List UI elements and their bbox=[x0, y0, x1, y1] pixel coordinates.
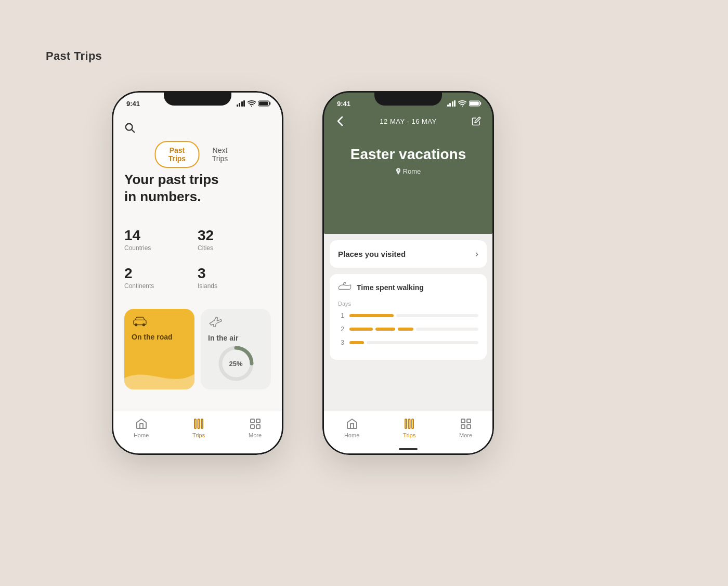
trip-topbar: 12 MAY - 16 MAY bbox=[322, 114, 494, 128]
svg-rect-23 bbox=[409, 419, 410, 428]
nav-more-label-1: More bbox=[249, 432, 262, 438]
chart-row-2: 2 bbox=[338, 325, 478, 333]
chart-bar-3-1 bbox=[349, 341, 364, 344]
svg-rect-11 bbox=[194, 419, 196, 428]
search-bar[interactable] bbox=[124, 122, 136, 136]
walking-chart: Days 1 2 bbox=[338, 301, 478, 346]
svg-rect-2 bbox=[269, 102, 270, 105]
phone-1-content: Past Trips Next Trips Your past trips in… bbox=[112, 114, 283, 455]
nav-trips-label-1: Trips bbox=[192, 432, 205, 438]
trips-icon-1 bbox=[192, 418, 205, 430]
chart-day-1: 1 bbox=[338, 312, 344, 319]
stats-heading: Your past trips in numbers. bbox=[124, 171, 219, 205]
svg-rect-25 bbox=[461, 419, 465, 423]
home-icon-2 bbox=[346, 418, 358, 430]
chart-bar-2-1 bbox=[349, 328, 373, 331]
donut-percent: 25% bbox=[229, 360, 242, 368]
svg-rect-24 bbox=[412, 419, 413, 428]
chart-bars-1 bbox=[349, 314, 478, 317]
nav-home-2[interactable]: Home bbox=[344, 418, 359, 438]
chart-bars-3 bbox=[349, 341, 478, 344]
signal-icon-2 bbox=[447, 100, 456, 107]
status-icons-1 bbox=[237, 100, 271, 107]
trip-header: 9:41 bbox=[322, 91, 494, 242]
chart-bg-3 bbox=[367, 341, 478, 344]
nav-trips-2[interactable]: Trips bbox=[403, 418, 415, 438]
trip-title-area: Easter vacations Rome bbox=[322, 146, 494, 175]
car-icon bbox=[132, 316, 187, 330]
places-visited-row[interactable]: Places you visited › bbox=[330, 240, 487, 268]
stat-islands: 3 Islands bbox=[198, 266, 271, 290]
svg-rect-13 bbox=[201, 419, 203, 428]
bottom-nav-1: Home Trips More bbox=[112, 411, 283, 455]
chart-bg-2 bbox=[416, 328, 478, 331]
walking-label: Time spent walking bbox=[357, 283, 424, 292]
travel-cards: On the road In the air bbox=[124, 309, 271, 389]
svg-point-7 bbox=[135, 323, 137, 326]
chevron-right-icon: › bbox=[475, 249, 478, 259]
nav-more-label-2: More bbox=[459, 432, 472, 438]
shoe-icon bbox=[338, 281, 352, 293]
chart-row-3: 3 bbox=[338, 339, 478, 346]
chart-day-3: 3 bbox=[338, 339, 344, 346]
svg-rect-27 bbox=[461, 425, 465, 428]
svg-rect-22 bbox=[405, 419, 407, 428]
more-icon-1 bbox=[249, 418, 262, 430]
chart-bg-1 bbox=[396, 314, 478, 317]
trip-location: Rome bbox=[322, 167, 494, 175]
svg-rect-16 bbox=[251, 425, 254, 428]
svg-rect-26 bbox=[467, 419, 471, 423]
svg-line-5 bbox=[132, 129, 135, 133]
svg-rect-17 bbox=[256, 425, 260, 428]
stat-cities: 32 Cities bbox=[198, 228, 271, 252]
home-icon-1 bbox=[135, 418, 148, 430]
date-range: 12 MAY - 16 MAY bbox=[380, 118, 436, 125]
trips-icon-2 bbox=[403, 418, 415, 430]
plane-icon bbox=[208, 316, 223, 331]
tab-past-trips[interactable]: Past Trips bbox=[155, 141, 200, 168]
svg-rect-15 bbox=[256, 419, 260, 423]
nav-trips-1[interactable]: Trips bbox=[192, 418, 205, 438]
card-on-road[interactable]: On the road bbox=[124, 309, 194, 389]
location-pin-icon bbox=[396, 168, 401, 175]
nav-more-2[interactable]: More bbox=[459, 418, 472, 438]
phone-1: 9:41 bbox=[112, 91, 283, 455]
status-bar-2: 9:41 bbox=[322, 96, 494, 111]
status-icons-2 bbox=[447, 100, 482, 107]
search-icon bbox=[124, 122, 136, 134]
signal-icon-1 bbox=[237, 100, 245, 107]
svg-rect-21 bbox=[470, 101, 479, 105]
chart-bar-1-1 bbox=[349, 314, 394, 317]
phone-2-content: Places you visited › Time spent walking … bbox=[322, 234, 494, 411]
places-label: Places you visited bbox=[338, 250, 406, 258]
walking-header: Time spent walking bbox=[338, 281, 478, 293]
svg-point-0 bbox=[251, 106, 252, 107]
page-title: Past Trips bbox=[46, 49, 102, 63]
svg-rect-14 bbox=[251, 419, 254, 423]
chart-bar-2-2 bbox=[375, 328, 395, 331]
nav-more-1[interactable]: More bbox=[249, 418, 262, 438]
tab-next-trips[interactable]: Next Trips bbox=[199, 142, 240, 167]
trip-name: Easter vacations bbox=[322, 146, 494, 163]
nav-home-1[interactable]: Home bbox=[134, 418, 149, 438]
svg-rect-20 bbox=[480, 102, 481, 105]
status-bar-1: 9:41 bbox=[112, 96, 283, 111]
back-button[interactable] bbox=[333, 114, 347, 128]
wifi-icon-2 bbox=[458, 100, 466, 107]
walking-section: Time spent walking Days 1 2 bbox=[330, 274, 487, 360]
card-in-air[interactable]: In the air 25% bbox=[201, 309, 271, 389]
tab-switcher: Past Trips Next Trips bbox=[155, 141, 241, 168]
svg-rect-12 bbox=[198, 419, 200, 428]
nav-home-label-1: Home bbox=[134, 432, 149, 438]
nav-home-label-2: Home bbox=[344, 432, 359, 438]
wave-decor bbox=[124, 356, 194, 389]
phone-2: 9:41 bbox=[322, 91, 494, 455]
chart-bars-2 bbox=[349, 328, 478, 331]
status-time-1: 9:41 bbox=[126, 100, 140, 108]
chart-row-1: 1 bbox=[338, 312, 478, 319]
svg-point-8 bbox=[142, 323, 145, 326]
chart-day-2: 2 bbox=[338, 325, 344, 333]
card-on-road-label: On the road bbox=[132, 333, 187, 341]
edit-button[interactable] bbox=[469, 114, 484, 128]
stat-countries: 14 Countries bbox=[124, 228, 198, 252]
